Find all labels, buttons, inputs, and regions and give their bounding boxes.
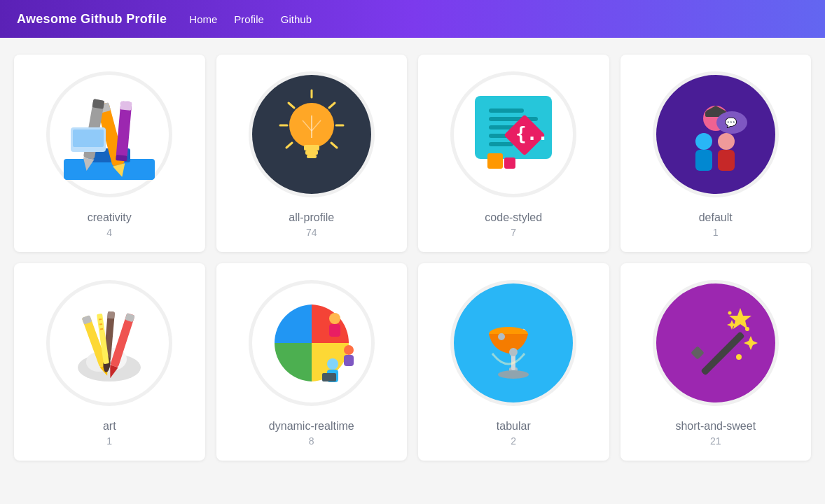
- card-tabular-count: 2: [511, 435, 516, 447]
- svg-point-90: [736, 354, 742, 360]
- card-tabular-icon-wrapper: [450, 280, 576, 406]
- svg-rect-49: [695, 150, 712, 171]
- card-short-and-sweet-count: 21: [710, 435, 721, 447]
- svg-rect-71: [329, 324, 340, 337]
- card-tabular[interactable]: tabular 2: [418, 263, 609, 461]
- svg-point-85: [498, 333, 505, 340]
- card-short-and-sweet-icon-wrapper: [653, 280, 779, 406]
- navbar-links: Home Profile Github: [189, 13, 312, 25]
- card-art-icon-wrapper: [46, 280, 172, 406]
- svg-point-48: [695, 133, 712, 150]
- card-default-count: 1: [713, 227, 719, 238]
- svg-point-79: [498, 370, 529, 379]
- svg-rect-31: [489, 108, 524, 113]
- card-art-title: art: [103, 420, 116, 433]
- card-creativity-count: 4: [106, 227, 112, 238]
- svg-point-70: [329, 313, 340, 324]
- card-code-styled[interactable]: {...} code-styled 7: [418, 55, 609, 252]
- card-code-styled-icon-wrapper: {...}: [450, 71, 576, 197]
- svg-rect-38: [487, 153, 503, 169]
- art-icon: [50, 284, 169, 402]
- creativity-icon: [50, 75, 169, 194]
- nav-home[interactable]: Home: [189, 13, 217, 25]
- card-dynamic-realtime-title: dynamic-realtime: [269, 420, 354, 433]
- card-code-styled-title: code-styled: [485, 211, 542, 224]
- svg-point-92: [728, 312, 731, 315]
- card-all-profile-count: 74: [306, 227, 317, 238]
- svg-rect-18: [307, 155, 317, 158]
- svg-point-40: [656, 75, 775, 194]
- svg-point-91: [745, 327, 749, 331]
- card-default-title: default: [699, 211, 733, 224]
- svg-point-84: [509, 348, 518, 356]
- svg-rect-76: [322, 373, 336, 382]
- card-art[interactable]: art 1: [14, 263, 205, 461]
- navbar: Awesome Github Profile Home Profile Gith…: [0, 0, 825, 38]
- svg-rect-35: [489, 142, 513, 146]
- svg-rect-61: [107, 312, 115, 319]
- card-all-profile-icon-wrapper: [249, 71, 375, 197]
- nav-github[interactable]: Github: [281, 13, 312, 25]
- card-default[interactable]: 💬 default 1: [621, 55, 812, 252]
- card-creativity-icon-wrapper: [46, 71, 172, 197]
- svg-point-50: [718, 133, 735, 150]
- card-creativity-title: creativity: [88, 211, 132, 224]
- card-all-profile[interactable]: all-profile 74: [216, 55, 408, 252]
- nav-profile[interactable]: Profile: [234, 13, 264, 25]
- svg-point-74: [327, 358, 338, 370]
- svg-rect-11: [120, 101, 132, 110]
- dynamic-realtime-icon: [252, 284, 371, 402]
- card-tabular-title: tabular: [497, 420, 531, 433]
- card-dynamic-realtime-icon-wrapper: [249, 280, 375, 406]
- card-dynamic-realtime[interactable]: dynamic-realtime 8: [216, 263, 408, 461]
- svg-rect-10: [116, 155, 127, 161]
- svg-rect-17: [305, 150, 318, 155]
- tabular-icon: [454, 284, 573, 402]
- svg-rect-51: [718, 150, 735, 171]
- svg-text:{...}: {...}: [515, 123, 570, 144]
- card-art-count: 1: [106, 435, 112, 447]
- card-all-profile-title: all-profile: [289, 211, 334, 224]
- card-dynamic-realtime-count: 8: [309, 435, 314, 447]
- svg-rect-13: [73, 130, 104, 147]
- code-styled-icon: {...}: [454, 75, 573, 194]
- card-short-and-sweet-title: short-and-sweet: [675, 420, 756, 433]
- svg-rect-39: [504, 158, 515, 169]
- all-profile-icon: [252, 75, 371, 194]
- default-icon: 💬: [656, 75, 775, 194]
- svg-rect-16: [304, 145, 319, 150]
- svg-point-72: [344, 345, 354, 355]
- card-creativity[interactable]: creativity 4: [14, 55, 205, 252]
- short-and-sweet-icon: [656, 284, 775, 402]
- svg-rect-73: [344, 355, 354, 366]
- cards-grid: creativity 4: [0, 38, 825, 477]
- card-default-icon-wrapper: 💬: [653, 71, 779, 197]
- svg-text:💬: 💬: [725, 117, 737, 129]
- card-code-styled-count: 7: [511, 227, 516, 238]
- card-short-and-sweet[interactable]: short-and-sweet 21: [621, 263, 812, 461]
- navbar-brand: Awesome Github Profile: [17, 12, 167, 27]
